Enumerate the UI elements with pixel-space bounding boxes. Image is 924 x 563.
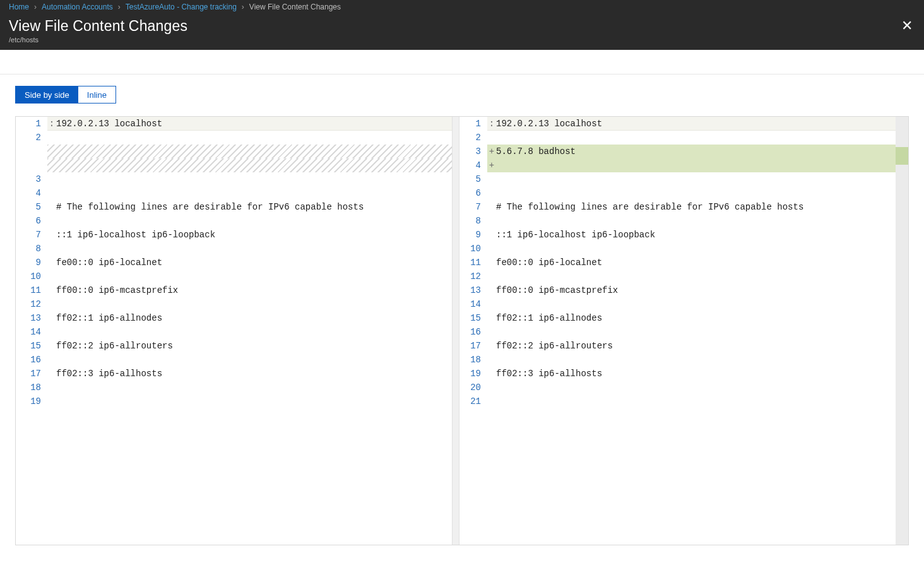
right-pane: 123456789101112131415161718192021 :192.0… (459, 117, 896, 545)
code-line: fe00::0 ip6-localnet (47, 256, 452, 270)
diff-marker: + (487, 145, 496, 158)
code-text (496, 242, 896, 256)
code-line: # The following lines are desirable for … (487, 200, 896, 214)
code-line: :192.0.2.13 localhost (47, 117, 452, 131)
breadcrumb-account[interactable]: TestAzureAuto - Change tracking (126, 3, 237, 11)
breadcrumb-home[interactable]: Home (9, 3, 29, 11)
left-gutter: 12345678910111213141516171819 (16, 117, 47, 545)
code-text (496, 270, 896, 283)
code-text (496, 297, 896, 311)
code-text (56, 353, 452, 367)
code-line (47, 186, 452, 200)
code-line (487, 353, 896, 367)
code-line: :192.0.2.13 localhost (487, 117, 896, 131)
side-by-side-button[interactable]: Side by side (16, 86, 78, 103)
diff-marker (487, 186, 496, 200)
diff-marker (487, 228, 496, 242)
code-line (47, 172, 452, 186)
code-text (496, 214, 896, 228)
code-text (496, 325, 896, 339)
line-number: 8 (459, 214, 481, 228)
view-mode-group: Side by side Inline (15, 86, 116, 104)
diff-minimap[interactable] (896, 117, 908, 545)
diff-marker (487, 339, 496, 353)
code-line (47, 214, 452, 228)
line-number: 16 (459, 325, 481, 339)
code-line (487, 131, 896, 145)
line-number: 3 (459, 145, 481, 158)
code-text (56, 297, 452, 311)
diff-marker (487, 256, 496, 270)
page-subtitle: /etc/hosts (9, 36, 187, 44)
diff-marker (487, 131, 496, 145)
line-number: 10 (16, 270, 41, 283)
code-line: ff00::0 ip6-mcastprefix (47, 283, 452, 297)
code-text: ff02::2 ip6-allrouters (496, 339, 896, 353)
code-text: ff00::0 ip6-mcastprefix (56, 283, 452, 297)
close-button[interactable]: ✕ (899, 18, 915, 34)
inline-button[interactable]: Inline (78, 86, 116, 103)
title-stack: View File Content Changes /etc/hosts (9, 18, 187, 44)
line-number: 3 (16, 172, 41, 186)
header-region: Home › Automation Accounts › TestAzureAu… (0, 0, 924, 50)
line-number: 11 (16, 283, 41, 297)
diff-marker (47, 311, 56, 325)
line-number: 9 (16, 256, 41, 270)
code-text (56, 242, 452, 256)
body-region: Side by side Inline 12345678910111213141… (0, 74, 924, 545)
code-text: ff02::1 ip6-allnodes (496, 311, 896, 325)
diff-marker (487, 242, 496, 256)
diff-marker (487, 200, 496, 214)
line-number: 9 (459, 228, 481, 242)
line-number: 2 (16, 131, 41, 145)
code-line: + (487, 158, 896, 172)
view-mode-toolbar: Side by side Inline (0, 74, 924, 110)
diff-marker (47, 353, 56, 367)
line-number: 15 (16, 339, 41, 353)
diff-marker (47, 381, 56, 394)
line-number: 15 (459, 311, 481, 325)
code-text (56, 172, 452, 186)
line-number: 16 (16, 353, 41, 367)
diff-marker (47, 214, 56, 228)
chevron-right-icon: › (34, 3, 37, 11)
diff-marker: : (487, 117, 496, 130)
diff-panel: 12345678910111213141516171819 :192.0.2.1… (15, 116, 909, 545)
code-text (496, 186, 896, 200)
code-text (56, 145, 452, 158)
diff-marker (47, 131, 56, 145)
code-text: ff02::3 ip6-allhosts (496, 367, 896, 381)
code-line (487, 214, 896, 228)
code-line (47, 158, 452, 172)
diff-marker (487, 172, 496, 186)
breadcrumb-automation-accounts[interactable]: Automation Accounts (42, 3, 113, 11)
diff-marker (47, 325, 56, 339)
diff-marker (487, 381, 496, 394)
code-text (496, 381, 896, 394)
pane-divider (452, 117, 459, 545)
line-number: 20 (459, 381, 481, 394)
right-code-area[interactable]: :192.0.2.13 localhost+5.6.7.8 badhost+# … (487, 117, 896, 545)
diff-marker (487, 367, 496, 381)
diff-marker (47, 228, 56, 242)
line-number: 6 (16, 214, 41, 228)
code-text: ff02::3 ip6-allhosts (56, 367, 452, 381)
close-icon: ✕ (901, 18, 913, 33)
code-line (47, 131, 452, 145)
code-line (47, 145, 452, 158)
left-pane: 12345678910111213141516171819 :192.0.2.1… (16, 117, 452, 545)
code-line: ff02::2 ip6-allrouters (47, 339, 452, 353)
code-text: 192.0.2.13 localhost (56, 117, 452, 130)
code-line (47, 381, 452, 394)
code-text: fe00::0 ip6-localnet (496, 256, 896, 270)
line-number: 5 (459, 172, 481, 186)
line-number: 17 (16, 367, 41, 381)
line-number: 6 (459, 186, 481, 200)
diff-marker (487, 297, 496, 311)
page-title: View File Content Changes (9, 18, 187, 35)
code-text (56, 158, 452, 172)
left-code-area[interactable]: :192.0.2.13 localhost# The following lin… (47, 117, 452, 545)
code-line (47, 353, 452, 367)
code-text: # The following lines are desirable for … (56, 200, 452, 214)
line-number: 14 (16, 325, 41, 339)
